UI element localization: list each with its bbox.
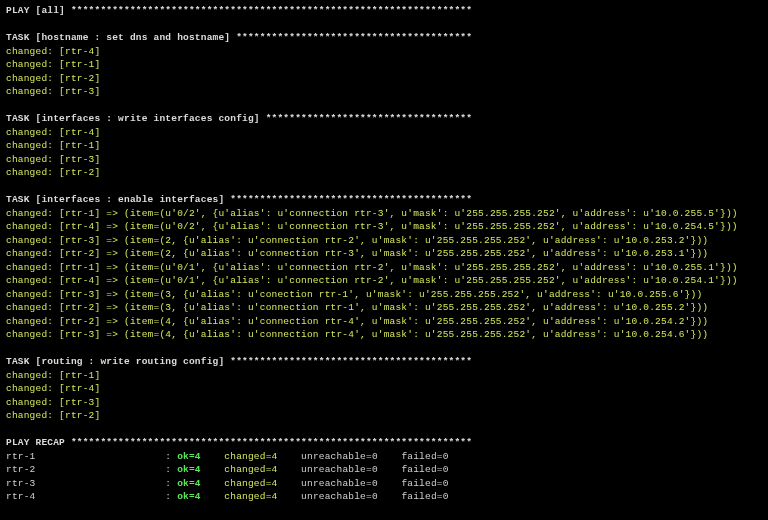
recap-ok: ok=4 [177, 451, 201, 462]
task-line: changed: [rtr-2] [6, 73, 100, 84]
recap-row: rtr-2 : ok=4 changed=4 unreachable=0 fai… [6, 464, 449, 475]
recap-unreachable: unreachable=0 [301, 478, 378, 489]
task-line: changed: [rtr-2] [6, 410, 100, 421]
task-line: changed: [rtr-4] [6, 127, 100, 138]
recap-ok: ok=4 [177, 464, 201, 475]
recap-ok: ok=4 [177, 491, 201, 502]
recap-host: rtr-1 [6, 451, 36, 462]
task-header: TASK [hostname : set dns and hostname] *… [6, 32, 472, 43]
recap-changed: changed=4 [224, 478, 277, 489]
play-header: PLAY [all] *****************************… [6, 5, 472, 16]
recap-failed: failed=0 [401, 451, 448, 462]
recap-row: rtr-3 : ok=4 changed=4 unreachable=0 fai… [6, 478, 449, 489]
task-line: changed: [rtr-4] => (item=(u'0/1', {u'al… [6, 275, 738, 286]
recap-unreachable: unreachable=0 [301, 464, 378, 475]
recap-host: rtr-4 [6, 491, 36, 502]
task-line: changed: [rtr-2] => (item=(4, {u'alias':… [6, 316, 708, 327]
task-line: changed: [rtr-1] => (item=(u'0/1', {u'al… [6, 262, 738, 273]
task-line: changed: [rtr-1] [6, 140, 100, 151]
recap-row: rtr-1 : ok=4 changed=4 unreachable=0 fai… [6, 451, 449, 462]
task-line: changed: [rtr-2] [6, 167, 100, 178]
recap-failed: failed=0 [401, 464, 448, 475]
task-line: changed: [rtr-3] [6, 154, 100, 165]
task-line: changed: [rtr-3] => (item=(2, {u'alias':… [6, 235, 708, 246]
task-line: changed: [rtr-1] => (item=(u'0/2', {u'al… [6, 208, 738, 219]
task-line: changed: [rtr-3] [6, 397, 100, 408]
recap-failed: failed=0 [401, 478, 448, 489]
recap-changed: changed=4 [224, 451, 277, 462]
task-line: changed: [rtr-3] [6, 86, 100, 97]
recap-host: rtr-2 [6, 464, 36, 475]
task-header: TASK [routing : write routing config] **… [6, 356, 472, 367]
recap-unreachable: unreachable=0 [301, 491, 378, 502]
terminal-output: PLAY [all] *****************************… [0, 0, 768, 508]
task-header: TASK [interfaces : enable interfaces] **… [6, 194, 472, 205]
recap-changed: changed=4 [224, 491, 277, 502]
task-line: changed: [rtr-4] => (item=(u'0/2', {u'al… [6, 221, 738, 232]
recap-failed: failed=0 [401, 491, 448, 502]
task-line: changed: [rtr-1] [6, 59, 100, 70]
recap-host: rtr-3 [6, 478, 36, 489]
recap-header: PLAY RECAP *****************************… [6, 437, 472, 448]
recap-changed: changed=4 [224, 464, 277, 475]
task-line: changed: [rtr-4] [6, 46, 100, 57]
recap-unreachable: unreachable=0 [301, 451, 378, 462]
task-line: changed: [rtr-3] => (item=(3, {u'alias':… [6, 289, 702, 300]
task-header: TASK [interfaces : write interfaces conf… [6, 113, 472, 124]
recap-ok: ok=4 [177, 478, 201, 489]
task-line: changed: [rtr-2] => (item=(3, {u'alias':… [6, 302, 708, 313]
recap-row: rtr-4 : ok=4 changed=4 unreachable=0 fai… [6, 491, 449, 502]
task-line: changed: [rtr-2] => (item=(2, {u'alias':… [6, 248, 708, 259]
task-line: changed: [rtr-4] [6, 383, 100, 394]
task-line: changed: [rtr-3] => (item=(4, {u'alias':… [6, 329, 708, 340]
task-line: changed: [rtr-1] [6, 370, 100, 381]
